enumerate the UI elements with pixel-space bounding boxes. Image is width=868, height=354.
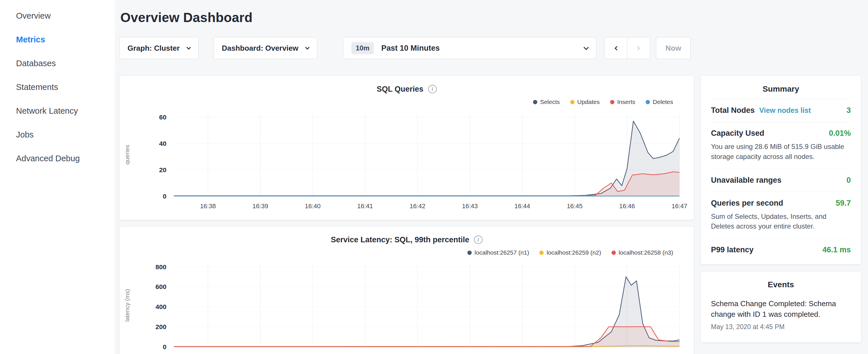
chevron-down-icon <box>305 45 310 50</box>
content-row: SQL Queries i SelectsUpdatesInsertsDelet… <box>119 75 861 354</box>
legend-label: localhost:26259 (n2) <box>547 249 601 256</box>
legend-dot-icon <box>539 251 544 255</box>
right-column: Summary Total NodesView nodes list 3 Cap… <box>700 75 861 343</box>
event-item: Schema Change Completed: Schema change w… <box>711 298 851 331</box>
legend-item[interactable]: localhost:26259 (n2) <box>539 249 601 256</box>
summary-panel: Summary Total NodesView nodes list 3 Cap… <box>700 75 861 264</box>
service-latency-chart[interactable]: 020040060080016:3816:3916:4016:4116:4216… <box>120 260 694 354</box>
chart-legend: SelectsUpdatesInsertsDeletes <box>120 98 694 106</box>
summary-label-text: Total Nodes <box>711 106 755 115</box>
sidebar-item-metrics[interactable]: Metrics <box>0 28 115 52</box>
legend-dot-icon <box>612 251 616 255</box>
summary-value: 0 <box>846 176 851 185</box>
events-heading: Events <box>711 280 851 294</box>
legend-item[interactable]: localhost:26258 (n3) <box>612 249 673 256</box>
sql-queries-chart-panel: SQL Queries i SelectsUpdatesInsertsDelet… <box>119 75 694 220</box>
main-content: Overview Dashboard Graph: Cluster Dashbo… <box>115 0 868 354</box>
view-nodes-link[interactable]: View nodes list <box>760 106 811 114</box>
sidebar-item-jobs[interactable]: Jobs <box>0 123 115 147</box>
sidebar-item-overview[interactable]: Overview <box>0 4 115 28</box>
info-icon[interactable]: i <box>428 85 437 93</box>
summary-heading: Summary <box>711 85 851 99</box>
svg-text:40: 40 <box>159 140 166 147</box>
svg-text:0: 0 <box>163 343 166 351</box>
svg-text:queries: queries <box>124 145 130 165</box>
time-nav-group <box>604 37 650 59</box>
sql-queries-chart[interactable]: 020406016:3816:3916:4016:4116:4216:4316:… <box>120 109 694 215</box>
sidebar-item-advanced-debug[interactable]: Advanced Debug <box>0 147 115 170</box>
time-window-label: Past 10 Minutes <box>381 44 440 53</box>
summary-label: Total NodesView nodes list <box>711 106 811 115</box>
dashboard-label: Dashboard: Overview <box>222 44 298 53</box>
svg-text:16:41: 16:41 <box>358 202 373 210</box>
summary-row-p99-latency: P99 latency 46.1 ms <box>711 238 851 261</box>
time-window-badge: 10m <box>351 42 374 54</box>
chevron-right-icon <box>636 46 640 51</box>
info-icon[interactable]: i <box>474 235 483 244</box>
svg-text:16:44: 16:44 <box>515 202 530 210</box>
legend-dot-icon <box>570 100 575 104</box>
summary-row-capacity-used: Capacity Used 0.01% You are using 28.6 M… <box>711 122 851 169</box>
legend-label: Updates <box>578 99 600 105</box>
summary-value: 3 <box>846 106 851 115</box>
svg-text:600: 600 <box>156 283 166 290</box>
prev-time-button[interactable] <box>604 37 627 59</box>
legend-label: Selects <box>540 99 560 105</box>
legend-dot-icon <box>533 100 537 104</box>
sidebar-item-databases[interactable]: Databases <box>0 52 115 75</box>
summary-label: Queries per second <box>711 199 783 207</box>
svg-text:16:40: 16:40 <box>305 202 321 210</box>
controls-bar: Graph: Cluster Dashboard: Overview 10m P… <box>119 37 861 59</box>
svg-text:16:45: 16:45 <box>567 202 583 210</box>
summary-value: 0.01% <box>829 129 851 138</box>
time-range-picker[interactable]: 10m Past 10 Minutes <box>343 37 596 59</box>
legend-label: Inserts <box>617 99 635 105</box>
legend-item[interactable]: localhost:26257 (n1) <box>467 249 529 256</box>
svg-text:latency (ms): latency (ms) <box>124 289 130 322</box>
svg-text:200: 200 <box>156 323 166 330</box>
svg-text:16:39: 16:39 <box>252 202 268 210</box>
svg-text:16:46: 16:46 <box>619 202 635 210</box>
summary-row-total-nodes: Total NodesView nodes list 3 <box>711 99 851 122</box>
summary-description: You are using 28.6 MiB of 515.9 GiB usab… <box>711 142 851 162</box>
chart-title-row: SQL Queries i <box>120 84 694 94</box>
events-panel: Events Schema Change Completed: Schema c… <box>700 271 861 343</box>
svg-text:16:38: 16:38 <box>200 202 216 210</box>
sidebar-item-statements[interactable]: Statements <box>0 75 115 99</box>
graph-scope-label: Graph: Cluster <box>127 44 180 53</box>
chevron-left-icon <box>615 46 619 51</box>
legend-label: Deletes <box>653 99 673 105</box>
service-latency-chart-panel: Service Latency: SQL, 99th percentile i … <box>119 226 694 354</box>
sidebar: Overview Metrics Databases Statements Ne… <box>0 0 115 354</box>
sidebar-item-network-latency[interactable]: Network Latency <box>0 99 115 123</box>
chart-title: Service Latency: SQL, 99th percentile <box>331 235 469 244</box>
summary-description: Sum of Selects, Updates, Inserts, and De… <box>711 212 851 232</box>
chart-title-row: Service Latency: SQL, 99th percentile i <box>120 234 694 245</box>
svg-text:0: 0 <box>163 192 166 200</box>
summary-label: Capacity Used <box>711 129 764 138</box>
summary-row-unavailable-ranges: Unavailable ranges 0 <box>711 169 851 192</box>
svg-text:60: 60 <box>159 114 166 121</box>
next-time-button[interactable] <box>627 37 650 59</box>
summary-value: 46.1 ms <box>823 246 851 254</box>
page-title: Overview Dashboard <box>120 10 861 25</box>
chart-legend: localhost:26257 (n1)localhost:26259 (n2)… <box>120 249 694 256</box>
svg-text:16:47: 16:47 <box>672 202 687 210</box>
now-button[interactable]: Now <box>656 37 691 59</box>
chevron-down-icon <box>584 45 589 50</box>
svg-text:20: 20 <box>159 166 166 173</box>
summary-row-queries-per-second: Queries per second 59.7 Sum of Selects, … <box>711 192 851 238</box>
graph-scope-dropdown[interactable]: Graph: Cluster <box>119 37 198 59</box>
svg-text:16:42: 16:42 <box>409 202 425 210</box>
legend-item[interactable]: Deletes <box>646 98 673 106</box>
summary-value: 59.7 <box>836 199 851 207</box>
legend-dot-icon <box>467 251 472 255</box>
legend-label: localhost:26258 (n3) <box>619 249 673 256</box>
legend-item[interactable]: Inserts <box>610 98 635 106</box>
legend-item[interactable]: Updates <box>570 98 600 106</box>
charts-column: SQL Queries i SelectsUpdatesInsertsDelet… <box>119 75 694 354</box>
dashboard-dropdown[interactable]: Dashboard: Overview <box>214 37 317 59</box>
legend-item[interactable]: Selects <box>533 98 560 106</box>
event-text: Schema Change Completed: Schema change w… <box>711 298 851 320</box>
svg-text:800: 800 <box>156 263 166 271</box>
